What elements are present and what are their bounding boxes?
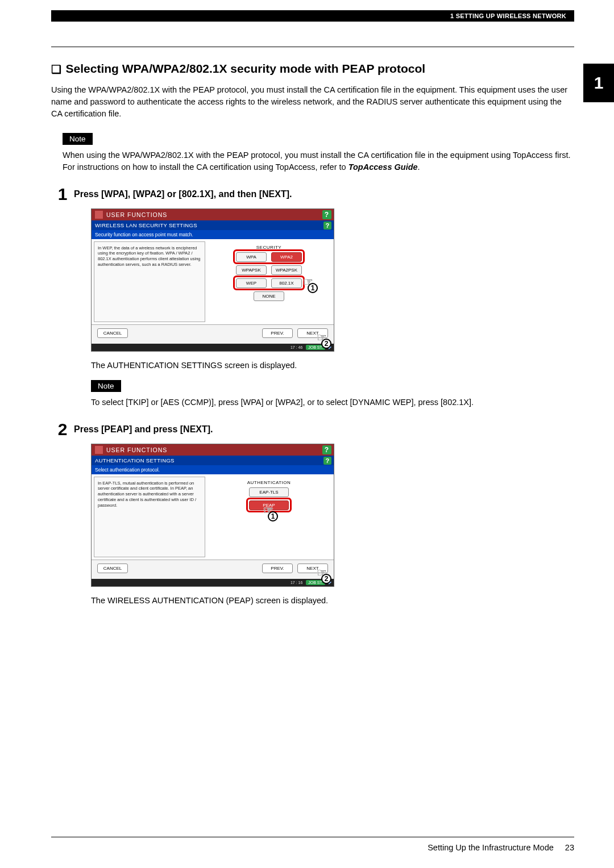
- footer-text: Setting Up the Infrastructure Mode: [428, 843, 554, 852]
- note1-text-a: When using the WPA/WPA2/802.1X with the …: [63, 151, 571, 172]
- step1-caption: The AUTHENTICATION SETTINGS screen is di…: [91, 361, 574, 370]
- wep-button[interactable]: WEP: [236, 278, 267, 288]
- section-title: Selecting WPA/WPA2/802.1X security mode …: [51, 62, 574, 76]
- none-button[interactable]: NONE: [254, 291, 284, 301]
- job-status-button[interactable]: JOB ST.: [306, 580, 325, 585]
- step1-number: 1: [51, 186, 74, 203]
- note1-text-c: .: [418, 162, 420, 172]
- screen1-subtitle: WIRELESS LAN SECURITY SETTINGS: [95, 222, 197, 228]
- step2-title: Press [PEAP] and press [NEXT].: [74, 422, 213, 435]
- wpa2psk-button[interactable]: WPA2PSK: [271, 265, 302, 275]
- cancel-button[interactable]: CANCEL: [97, 328, 128, 338]
- cancel-button[interactable]: CANCEL: [97, 564, 128, 573]
- screen2-description: In EAP-TLS, mutual authentication is per…: [94, 477, 205, 557]
- wpa2-button[interactable]: WPA2: [271, 252, 302, 262]
- section-intro: Using the WPA/WPA2/802.1X with the PEAP …: [51, 84, 574, 120]
- auth-group-label: AUTHENTICATION: [210, 480, 328, 485]
- eap-tls-button[interactable]: EAP-TLS: [249, 487, 289, 497]
- arrow-icon: [329, 345, 331, 349]
- status-time: 17 : 46: [291, 345, 302, 349]
- security-group-label: SECURITY: [210, 245, 328, 250]
- step1-title: Press [WPA], [WPA2] or [802.1X], and the…: [74, 187, 292, 199]
- step2-number: 2: [51, 421, 74, 438]
- help-icon[interactable]: ?: [323, 222, 331, 229]
- step2-caption: The WIRELESS AUTHENTICATION (PEAP) scree…: [91, 596, 574, 605]
- note-body: When using the WPA/WPA2/802.1X with the …: [63, 149, 574, 173]
- page-number: 23: [565, 843, 574, 852]
- app-icon: [95, 211, 103, 219]
- screen2-subtitle: AUTHENTICATION SETTINGS: [95, 457, 175, 464]
- 8021x-button[interactable]: 802.1X: [271, 278, 302, 288]
- peap-button[interactable]: PEAP: [249, 500, 289, 510]
- note1-guide: TopAccess Guide: [349, 162, 418, 172]
- wpa-button[interactable]: WPA: [236, 252, 267, 262]
- page-header-breadcrumb: 1 SETTING UP WIRELESS NETWORK: [51, 10, 574, 22]
- screen1-instruction: Security function on access point must m…: [92, 230, 334, 239]
- screen1-description: In WEP, the data of a wireless network i…: [94, 241, 205, 322]
- footer-rule: [51, 837, 574, 837]
- help-icon[interactable]: ?: [322, 210, 331, 219]
- screen2-title: USER FUNCTIONS: [106, 446, 167, 453]
- screen1-title: USER FUNCTIONS: [106, 211, 167, 218]
- note2-body: To select [TKIP] or [AES (CCMP)], press …: [91, 397, 574, 408]
- chapter-number-tab: 1: [583, 64, 614, 102]
- step1-screenshot: USER FUNCTIONS ? WIRELESS LAN SECURITY S…: [91, 208, 334, 352]
- app-icon: [95, 446, 103, 454]
- status-time: 17 : 16: [291, 581, 302, 585]
- job-status-button[interactable]: JOB ST.: [306, 345, 325, 350]
- next-button[interactable]: NEXT: [297, 328, 328, 338]
- help-icon[interactable]: ?: [322, 445, 331, 454]
- step2-screenshot: USER FUNCTIONS ? AUTHENTICATION SETTINGS…: [91, 444, 334, 587]
- prev-button[interactable]: PREV.: [262, 564, 293, 573]
- next-button[interactable]: NEXT: [297, 564, 328, 573]
- wpapsk-button[interactable]: WPAPSK: [236, 265, 267, 275]
- note-label: Note: [63, 133, 93, 145]
- prev-button[interactable]: PREV.: [262, 328, 293, 338]
- screen2-instruction: Select authentication protocol.: [92, 465, 334, 474]
- arrow-icon: [329, 580, 331, 585]
- help-icon[interactable]: ?: [323, 457, 331, 465]
- note-label: Note: [91, 380, 121, 392]
- header-rule: [51, 47, 574, 47]
